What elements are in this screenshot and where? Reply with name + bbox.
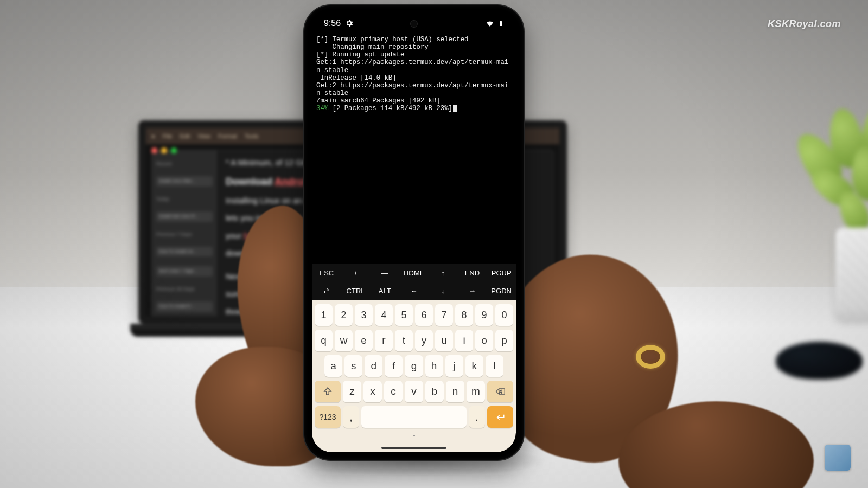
pgdn-key[interactable]: PGDN xyxy=(487,282,516,300)
battery-icon xyxy=(497,19,504,28)
key-m[interactable]: m xyxy=(467,381,485,402)
key-0[interactable]: 0 xyxy=(495,304,513,326)
key-x[interactable]: x xyxy=(363,381,382,402)
soft-keyboard: 1 2 3 4 5 6 7 8 9 0 q w e r t y u i o xyxy=(312,300,516,452)
pgup-key[interactable]: PGUP xyxy=(487,264,516,282)
ctrl-key[interactable]: CTRL xyxy=(341,282,371,300)
enter-icon xyxy=(495,412,506,422)
mouse-blurred xyxy=(776,342,863,380)
key-y[interactable]: y xyxy=(415,330,433,351)
key-3[interactable]: 3 xyxy=(355,304,373,326)
key-q[interactable]: q xyxy=(315,330,333,351)
tab-key[interactable]: ⇄ xyxy=(312,282,341,300)
right-arrow-key[interactable]: → xyxy=(458,282,487,300)
shift-key[interactable] xyxy=(315,381,341,402)
key-u[interactable]: u xyxy=(435,330,453,351)
key-e[interactable]: e xyxy=(355,330,373,351)
key-6[interactable]: 6 xyxy=(415,304,433,326)
key-v[interactable]: v xyxy=(405,381,423,402)
key-k[interactable]: k xyxy=(465,355,483,377)
symbols-key[interactable]: ?123 xyxy=(315,406,341,428)
end-key[interactable]: END xyxy=(458,264,487,282)
key-7[interactable]: 7 xyxy=(435,304,453,326)
termux-extra-keys-row1: ESC / — HOME ↑ END PGUP xyxy=(312,264,516,282)
key-s[interactable]: s xyxy=(344,355,362,377)
android-phone: 9:56 [*] Termux primary host (USA) selec… xyxy=(304,5,524,460)
key-t[interactable]: t xyxy=(395,330,413,351)
slash-key[interactable]: / xyxy=(341,264,371,282)
key-g[interactable]: g xyxy=(405,355,423,377)
period-key[interactable]: . xyxy=(469,406,485,428)
nav-gesture-pill[interactable] xyxy=(381,447,446,449)
up-arrow-key[interactable]: ↑ xyxy=(429,264,458,282)
enter-key[interactable] xyxy=(487,406,513,428)
key-2[interactable]: 2 xyxy=(335,304,353,326)
esc-key[interactable]: ESC xyxy=(312,264,341,282)
key-d[interactable]: d xyxy=(365,355,382,377)
key-w[interactable]: w xyxy=(335,330,353,351)
key-9[interactable]: 9 xyxy=(475,304,493,326)
clock: 9:56 xyxy=(324,18,341,28)
gear-icon xyxy=(345,19,354,28)
key-l[interactable]: l xyxy=(486,355,503,377)
key-5[interactable]: 5 xyxy=(395,304,413,326)
collapse-keyboard-chevron[interactable]: ˅ xyxy=(315,432,513,444)
key-4[interactable]: 4 xyxy=(375,304,393,326)
camera-punch-hole xyxy=(410,20,418,28)
key-8[interactable]: 8 xyxy=(455,304,473,326)
key-z[interactable]: z xyxy=(343,381,361,402)
left-arrow-key[interactable]: ← xyxy=(399,282,429,300)
key-c[interactable]: c xyxy=(384,381,403,402)
shift-icon xyxy=(323,387,333,396)
space-key[interactable] xyxy=(361,406,467,428)
key-r[interactable]: r xyxy=(375,330,393,351)
dash-key[interactable]: — xyxy=(370,264,399,282)
termux-terminal[interactable]: [*] Termux primary host (USA) selected C… xyxy=(312,34,516,264)
key-p[interactable]: p xyxy=(495,330,513,351)
alt-key[interactable]: ALT xyxy=(370,282,399,300)
watermark-text: KSKRoyal.com xyxy=(768,18,841,30)
terminal-cursor xyxy=(453,105,457,112)
key-j[interactable]: j xyxy=(445,355,463,377)
key-a[interactable]: a xyxy=(324,355,342,377)
down-arrow-key[interactable]: ↓ xyxy=(429,282,458,300)
home-key[interactable]: HOME xyxy=(399,264,429,282)
backspace-key[interactable] xyxy=(487,381,513,402)
wifi-icon xyxy=(486,19,494,28)
gold-ring xyxy=(636,345,665,369)
comma-key[interactable]: , xyxy=(343,406,359,428)
key-i[interactable]: i xyxy=(455,330,473,351)
channel-avatar-badge xyxy=(825,445,851,471)
termux-extra-keys-row2: ⇄ CTRL ALT ← ↓ → PGDN xyxy=(312,282,516,300)
key-1[interactable]: 1 xyxy=(315,304,333,326)
key-n[interactable]: n xyxy=(446,381,464,402)
key-f[interactable]: f xyxy=(385,355,403,377)
key-b[interactable]: b xyxy=(425,381,444,402)
key-h[interactable]: h xyxy=(425,355,443,377)
backspace-icon xyxy=(495,387,505,396)
key-o[interactable]: o xyxy=(475,330,493,351)
